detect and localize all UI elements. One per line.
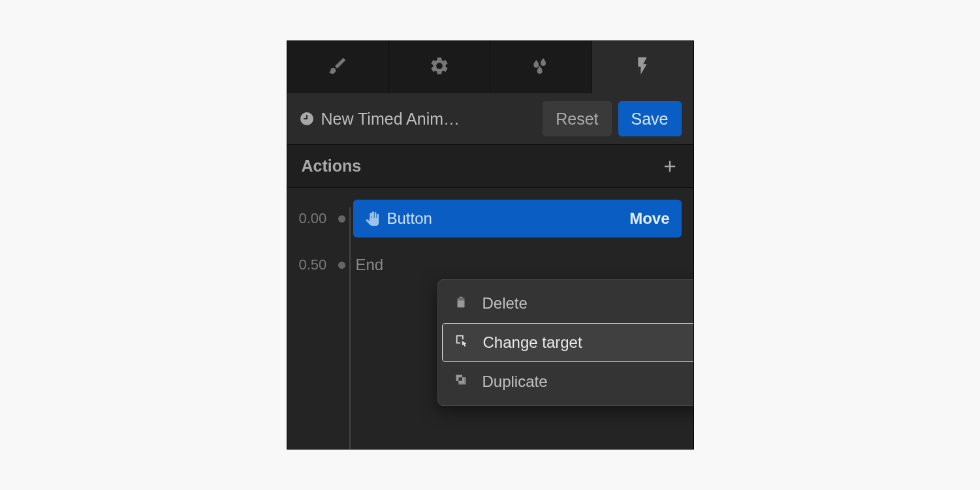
reset-button[interactable]: Reset: [543, 101, 611, 136]
clock-icon: [299, 111, 315, 127]
action-target-name: Button: [387, 209, 622, 228]
menu-item-label: Delete: [482, 294, 528, 313]
action-type-label: Move: [629, 209, 669, 228]
timeline-row: 0.50 End: [299, 256, 682, 274]
trash-icon: [454, 294, 468, 313]
tab-interactions[interactable]: [592, 41, 693, 93]
add-action-button[interactable]: [661, 157, 679, 176]
panel-tabs: [287, 41, 693, 93]
timeline-dot[interactable]: [338, 215, 345, 222]
timeline-row: 0.00 Button Move: [299, 200, 682, 237]
menu-item-duplicate[interactable]: Duplicate: [442, 362, 694, 401]
save-button[interactable]: Save: [618, 101, 682, 136]
animation-title-bar: New Timed Anim… Reset Save: [287, 93, 693, 144]
menu-item-label: Change target: [483, 333, 582, 352]
time-label: 0.00: [299, 210, 336, 227]
menu-item-delete[interactable]: Delete: [442, 284, 694, 323]
timeline-end-label: End: [356, 256, 384, 274]
tab-brush[interactable]: [287, 41, 389, 93]
time-label: 0.50: [299, 256, 336, 273]
menu-item-label: Duplicate: [482, 373, 548, 391]
brush-icon: [327, 55, 348, 79]
tab-effects[interactable]: [490, 41, 592, 93]
menu-item-change-target[interactable]: Change target: [442, 323, 694, 362]
action-item[interactable]: Button Move: [353, 200, 682, 237]
animation-title[interactable]: New Timed Anim…: [321, 110, 537, 129]
duplicate-icon: [454, 373, 468, 391]
lightning-icon: [632, 55, 653, 79]
interactions-panel: New Timed Anim… Reset Save Actions 0.00 …: [287, 40, 694, 450]
droplets-icon: [530, 55, 551, 79]
timeline-dot[interactable]: [338, 262, 345, 269]
context-menu: Delete Change target Duplicate: [437, 279, 694, 406]
tab-settings[interactable]: [388, 41, 490, 93]
gear-icon: [429, 55, 450, 79]
actions-section-header: Actions: [287, 144, 693, 188]
target-select-icon: [454, 333, 469, 352]
actions-section-title: Actions: [302, 157, 362, 176]
hand-grab-icon: [365, 211, 379, 226]
timeline-track: [349, 207, 351, 450]
